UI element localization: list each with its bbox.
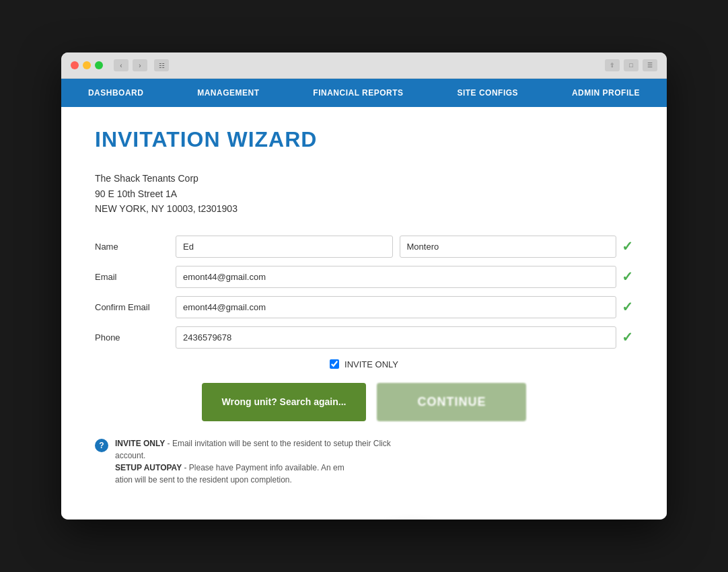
info-setup-autopay-label: SETUP AUTOPAY bbox=[115, 463, 182, 472]
name-check-icon: ✓ bbox=[622, 238, 633, 254]
info-setup-autopay-desc: - Please have Payment info bbox=[184, 463, 283, 472]
confirm-email-row: Confirm Email ✓ bbox=[95, 296, 633, 318]
browser-titlebar: ‹ › ☷ ⇧ □ ☰ bbox=[61, 52, 667, 79]
new-tab-button[interactable]: □ bbox=[624, 59, 639, 71]
page-title: INVITATION WIZARD bbox=[95, 127, 633, 152]
info-invite-only-label: INVITE ONLY bbox=[115, 439, 165, 448]
traffic-light-green[interactable] bbox=[95, 61, 103, 69]
nav-item-admin-profile[interactable]: ADMIN PROFILE bbox=[558, 79, 653, 107]
back-button[interactable]: ‹ bbox=[114, 59, 129, 71]
confirm-email-inputs bbox=[176, 296, 616, 318]
name-row: Name ✓ bbox=[95, 236, 633, 258]
first-name-input[interactable] bbox=[176, 236, 393, 258]
nav-item-management[interactable]: MANAGEMENT bbox=[184, 79, 272, 107]
page-content: INVITATION WIZARD The Shack Tenants Corp… bbox=[61, 107, 667, 519]
nav-item-site-configs[interactable]: SITE CONFIGS bbox=[443, 79, 532, 107]
info-text-content: INVITE ONLY - Email invitation will be s… bbox=[115, 437, 391, 486]
info-account: account. bbox=[115, 450, 391, 462]
phone-label: Phone bbox=[95, 332, 176, 343]
email-input[interactable] bbox=[176, 266, 616, 288]
confirm-email-check-icon: ✓ bbox=[622, 299, 633, 315]
info-icon: ? bbox=[95, 439, 108, 452]
buttons-row: Wrong unit? Search again... CONTINUE SET… bbox=[95, 383, 633, 421]
info-suffix: ation will be sent to the resident upon … bbox=[115, 474, 391, 486]
email-check-icon: ✓ bbox=[622, 269, 633, 285]
last-name-input[interactable] bbox=[400, 236, 617, 258]
email-inputs bbox=[176, 266, 616, 288]
sidebar-button[interactable]: ☰ bbox=[643, 59, 657, 71]
share-button[interactable]: ⇧ bbox=[605, 59, 620, 71]
info-available: available. An em bbox=[285, 463, 344, 472]
info-invite-only: INVITE ONLY - Email invitation will be s… bbox=[115, 437, 391, 450]
name-label: Name bbox=[95, 242, 176, 252]
nav-item-dashboard[interactable]: DASHBOARD bbox=[75, 79, 157, 107]
top-navigation: DASHBOARD MANAGEMENT FINANCIAL REPORTS S… bbox=[61, 79, 667, 107]
info-invite-only-desc: - Email invitation will be sent to the r… bbox=[168, 439, 391, 448]
invite-only-label: INVITE ONLY bbox=[344, 359, 398, 369]
company-address2: NEW YORK, NY 10003, t2301903 bbox=[95, 201, 633, 216]
browser-window: ‹ › ☷ ⇧ □ ☰ DASHBOARD MANAGEMENT FINANCI… bbox=[61, 52, 667, 519]
phone-inputs bbox=[176, 326, 616, 349]
nav-item-financial-reports[interactable]: FINANCIAL REPORTS bbox=[299, 79, 416, 107]
browser-nav: ‹ › bbox=[114, 59, 147, 71]
info-section: ? INVITE ONLY - Email invitation will be… bbox=[95, 437, 633, 486]
invite-only-row: INVITE ONLY bbox=[95, 359, 633, 369]
company-info: The Shack Tenants Corp 90 E 10th Street … bbox=[95, 171, 633, 216]
email-row: Email ✓ bbox=[95, 266, 633, 288]
email-label: Email bbox=[95, 272, 176, 282]
phone-row: Phone ✓ bbox=[95, 326, 633, 349]
continue-button-background[interactable]: CONTINUE bbox=[377, 383, 526, 421]
confirm-email-input[interactable] bbox=[176, 296, 616, 318]
grid-button[interactable]: ☷ bbox=[154, 59, 169, 71]
name-inputs bbox=[176, 236, 616, 258]
traffic-light-red[interactable] bbox=[71, 61, 79, 69]
wrong-unit-button[interactable]: Wrong unit? Search again... bbox=[202, 383, 367, 421]
phone-check-icon: ✓ bbox=[622, 329, 633, 345]
traffic-light-yellow[interactable] bbox=[83, 61, 91, 69]
browser-content: DASHBOARD MANAGEMENT FINANCIAL REPORTS S… bbox=[61, 79, 667, 519]
invite-only-checkbox[interactable] bbox=[330, 359, 339, 369]
company-address1: 90 E 10th Street 1A bbox=[95, 186, 633, 201]
forward-button[interactable]: › bbox=[133, 59, 147, 71]
titlebar-icons: ⇧ □ ☰ bbox=[605, 59, 657, 71]
info-setup-autopay: SETUP AUTOPAY - Please have Payment info… bbox=[115, 462, 391, 474]
company-name: The Shack Tenants Corp bbox=[95, 171, 633, 186]
confirm-email-label: Confirm Email bbox=[95, 302, 176, 312]
phone-input[interactable] bbox=[176, 326, 616, 349]
